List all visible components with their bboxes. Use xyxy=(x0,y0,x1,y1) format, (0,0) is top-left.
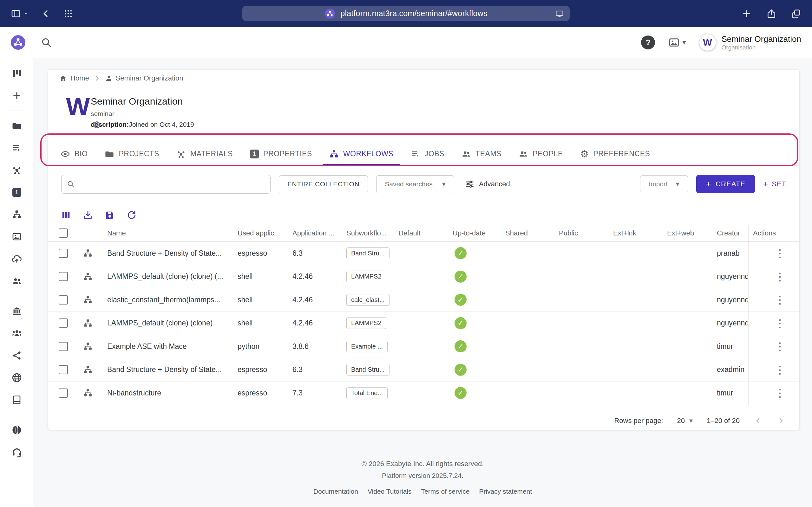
tab-preferences[interactable]: ⚙ PREFERENCES xyxy=(571,142,659,165)
journal-icon[interactable] xyxy=(5,389,28,411)
workflow-name[interactable]: Ni-bandstructure xyxy=(107,389,161,397)
footer-link-video-tutorials[interactable]: Video Tutorials xyxy=(368,488,412,495)
row-checkbox[interactable] xyxy=(59,295,68,304)
globe-icon[interactable] xyxy=(5,367,28,389)
footer-link-privacy-statement[interactable]: Privacy statement xyxy=(479,488,532,495)
row-checkbox[interactable] xyxy=(59,389,68,398)
row-actions-menu[interactable]: ⋮ xyxy=(774,294,785,305)
table-row[interactable]: Band Structure + Density of State... esp… xyxy=(48,242,799,265)
row-actions-menu[interactable]: ⋮ xyxy=(774,271,785,282)
tab-workflows[interactable]: WORKFLOWS xyxy=(321,142,402,165)
console-switcher[interactable]: ▾ xyxy=(668,37,686,48)
column-header-application-version[interactable]: Application ... xyxy=(288,225,342,241)
subworkflow-chip[interactable]: LAMMPS2 xyxy=(346,271,386,282)
materials-molecule-icon[interactable] xyxy=(5,159,28,181)
select-all-checkbox[interactable] xyxy=(59,228,68,238)
column-header-ext-web[interactable]: Ext+web xyxy=(663,225,712,241)
subworkflow-chip[interactable]: LAMMPS2 xyxy=(346,317,386,329)
tab-bio[interactable]: BIO xyxy=(52,142,96,165)
row-checkbox[interactable] xyxy=(59,249,68,258)
subworkflow-chip[interactable]: Example ... xyxy=(346,341,388,352)
entire-collection-button[interactable]: ENTIRE COLLECTION xyxy=(279,175,368,193)
search-input[interactable] xyxy=(79,180,265,188)
table-row[interactable]: Ni-bandstructure espresso 7.3 Total Ene.… xyxy=(48,382,799,405)
tab-properties[interactable]: 1 PROPERTIES xyxy=(241,142,321,165)
workflow-name[interactable]: Band Structure + Density of State... xyxy=(107,365,222,374)
footer-link-documentation[interactable]: Documentation xyxy=(313,488,358,495)
set-button[interactable]: + SET xyxy=(763,179,786,189)
people-group-icon[interactable] xyxy=(5,322,28,344)
previous-page-button[interactable] xyxy=(754,416,763,425)
address-bar[interactable]: platform.mat3ra.com/seminar/#workflows xyxy=(242,6,570,21)
subworkflow-chip[interactable]: calc_elast... xyxy=(346,294,390,306)
advanced-filters-button[interactable]: Advanced xyxy=(465,179,510,189)
tab-projects[interactable]: PROJECTS xyxy=(96,142,167,165)
workflow-name[interactable]: LAMMPS_default (clone) (clone) xyxy=(107,319,212,327)
tab-people[interactable]: PEOPLE xyxy=(510,142,571,165)
subworkflow-chip[interactable]: Band Stru... xyxy=(346,364,390,376)
table-row[interactable]: elastic_constant_thermo(lammps... shell … xyxy=(48,288,799,312)
new-tab-icon[interactable] xyxy=(742,9,752,19)
create-button[interactable]: + CREATE xyxy=(696,175,755,193)
dashboard-icon[interactable] xyxy=(5,62,28,84)
next-page-button[interactable] xyxy=(776,416,785,425)
column-header-creator[interactable]: Creator xyxy=(712,225,749,241)
column-header-up-to-date[interactable]: Up-to-date xyxy=(448,225,501,241)
workflow-name[interactable]: Band Structure + Density of State... xyxy=(107,249,222,258)
row-actions-menu[interactable]: ⋮ xyxy=(774,318,785,329)
row-actions-menu[interactable]: ⋮ xyxy=(774,388,785,398)
tab-overview-icon[interactable] xyxy=(791,9,801,19)
tab-teams[interactable]: TEAMS xyxy=(453,142,510,165)
tab-jobs[interactable]: JOBS xyxy=(402,142,453,165)
column-header-used-application[interactable]: Used applic... xyxy=(233,225,288,241)
workflow-name[interactable]: Example ASE with Mace xyxy=(107,342,187,351)
row-actions-menu[interactable]: ⋮ xyxy=(774,248,785,259)
display-mode-icon[interactable] xyxy=(555,9,564,18)
help-icon[interactable]: ? xyxy=(641,36,655,49)
row-actions-menu[interactable]: ⋮ xyxy=(774,364,785,375)
row-actions-menu[interactable]: ⋮ xyxy=(774,341,785,352)
row-checkbox[interactable] xyxy=(59,365,68,374)
global-search-icon[interactable] xyxy=(41,37,52,48)
column-header-shared[interactable]: Shared xyxy=(501,225,554,241)
back-button[interactable] xyxy=(41,9,51,18)
refresh-icon[interactable] xyxy=(126,210,137,220)
saved-searches-dropdown[interactable]: Saved searches ▾ xyxy=(376,175,454,193)
sidebar-toggle-icon[interactable] xyxy=(11,9,21,19)
projects-folder-icon[interactable] xyxy=(5,115,28,137)
table-row[interactable]: Band Structure + Density of State... esp… xyxy=(48,358,799,382)
column-header-public[interactable]: Public xyxy=(554,225,609,241)
website-globe-icon[interactable] xyxy=(5,419,28,441)
table-row[interactable]: Example ASE with Mace python 3.8.6 Examp… xyxy=(48,335,799,358)
teams-icon[interactable] xyxy=(5,270,28,292)
breadcrumb-home[interactable]: Home xyxy=(59,74,89,82)
search-box[interactable] xyxy=(61,175,270,193)
share-icon[interactable] xyxy=(766,9,776,19)
mat3ra-logo[interactable] xyxy=(10,35,26,50)
workflow-name[interactable]: LAMMPS_default (clone) (clone) (... xyxy=(107,272,223,281)
cloud-upload-icon[interactable] xyxy=(5,248,28,270)
support-headset-icon[interactable] xyxy=(5,441,28,463)
column-header-subworkflows[interactable]: Subworkflo... xyxy=(342,225,394,241)
jobs-list-icon[interactable] xyxy=(5,137,28,159)
properties-icon[interactable]: 1 xyxy=(5,181,28,204)
footer-link-terms-of-service[interactable]: Terms of service xyxy=(421,488,470,495)
apps-grid-icon[interactable] xyxy=(63,9,73,18)
account-menu[interactable]: W Seminar Organization Organisation xyxy=(699,34,801,51)
rows-per-page-select[interactable]: 20 ▾ xyxy=(677,417,693,425)
chevron-down-icon[interactable] xyxy=(23,11,29,16)
columns-icon[interactable] xyxy=(61,210,71,220)
table-row[interactable]: LAMMPS_default (clone) (clone) (... shel… xyxy=(48,265,799,289)
table-row[interactable]: LAMMPS_default (clone) (clone) shell 4.2… xyxy=(48,312,799,335)
organization-bank-icon[interactable] xyxy=(5,300,28,322)
workflows-tree-icon[interactable] xyxy=(5,204,28,226)
row-checkbox[interactable] xyxy=(59,319,68,328)
add-new-icon[interactable] xyxy=(5,84,28,107)
subworkflow-chip[interactable]: Band Stru... xyxy=(346,247,390,259)
tab-materials[interactable]: MATERIALS xyxy=(168,142,241,165)
download-icon[interactable] xyxy=(83,210,93,220)
row-checkbox[interactable] xyxy=(59,342,68,351)
row-checkbox[interactable] xyxy=(59,272,68,281)
import-button[interactable]: Import ▾ xyxy=(640,175,688,193)
column-header-ext-lnk[interactable]: Ext+lnk xyxy=(609,225,663,241)
